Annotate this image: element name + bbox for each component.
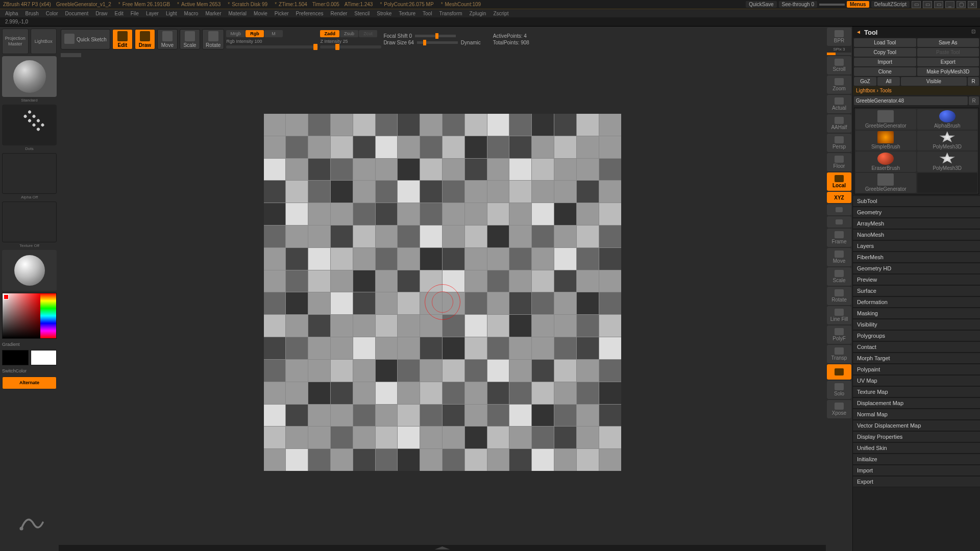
import-button[interactable]: Import [854,58,916,66]
section-contact[interactable]: Contact [853,341,980,353]
section-uv-map[interactable]: UV Map [853,375,980,386]
projection-master-button[interactable]: Projection Master [2,29,29,54]
z-intensity-label[interactable]: Z Intensity 25 [320,38,381,45]
menu-stroke[interactable]: Stroke [377,11,391,16]
save-as-button[interactable]: Save As [917,38,979,47]
edit-mode-button[interactable]: Edit [112,29,133,49]
secondary-color-swatch[interactable] [2,350,29,365]
menu-render[interactable]: Render [331,11,348,16]
primary-color-swatch[interactable] [31,350,57,365]
focal-shift-slider[interactable] [415,35,456,37]
menu-marker[interactable]: Marker [205,11,221,16]
persp-button[interactable]: Persp [827,134,851,152]
section-texture-map[interactable]: Texture Map [853,386,980,397]
switch-color-button[interactable]: SwitchColor [2,367,57,374]
section-preview[interactable]: Preview [853,274,980,285]
mrgb-toggle[interactable]: Mrgb [226,30,245,37]
actual-button[interactable]: Actual [827,95,851,113]
section-morph-target[interactable]: Morph Target [853,353,980,364]
menu-document[interactable]: Document [65,11,89,16]
seethrough-slider[interactable] [819,4,845,6]
draw-size-slider[interactable] [417,41,458,44]
rgb-toggle[interactable]: Rgb [246,30,264,37]
menu-material[interactable]: Material [229,11,247,16]
move-mode-button[interactable]: Move [157,29,178,49]
goz-all-button[interactable]: All [877,77,900,86]
seethrough-toggle[interactable]: See-through 0 [779,1,817,8]
rgb-intensity-label[interactable]: Rgb Intensity 100 [226,38,318,45]
section-subtool[interactable]: SubTool [853,195,980,207]
menu-alpha[interactable]: Alpha [5,11,18,16]
alternate-button[interactable]: Alternate [2,377,57,389]
frame-button[interactable]: Frame [827,229,851,247]
menu-transform[interactable]: Transform [439,11,462,16]
section-fibermesh[interactable]: FiberMesh [853,252,980,263]
window-btn-3[interactable]: ▭ [934,1,943,8]
current-tool-r[interactable]: R [969,96,979,105]
focal-shift-label[interactable]: Focal Shift 0 [383,33,412,39]
menu-tool[interactable]: Tool [423,11,432,16]
tool-item[interactable]: AlphaBrush [917,109,978,130]
menu-movie[interactable]: Movie [254,11,267,16]
close-icon[interactable]: ✕ [968,1,977,8]
menu-file[interactable]: File [131,11,139,16]
menu-light[interactable]: Light [166,11,177,16]
menu-texture[interactable]: Texture [399,11,415,16]
aahalf-button[interactable]: AAHalf [827,114,851,133]
goz-r-button[interactable]: R [968,77,979,86]
menu-macro[interactable]: Macro [184,11,199,16]
alpha-preview-thumb[interactable] [2,153,57,194]
menu-picker[interactable]: Picker [275,11,289,16]
gradient-label[interactable]: Gradient [2,341,57,348]
scroll-button[interactable]: Scroll [827,56,851,74]
copy-tool-button[interactable]: Copy Tool [854,48,916,57]
nav-button-a[interactable] [827,204,851,215]
export-button[interactable]: Export [917,58,979,66]
scale-mode-button[interactable]: Scale [180,29,200,49]
load-tool-button[interactable]: Load Tool [854,38,916,47]
window-btn-2[interactable]: ▭ [923,1,932,8]
goz-button[interactable]: GoZ [854,77,876,86]
window-btn-1[interactable]: ▭ [912,1,921,8]
paste-tool-button[interactable]: Paste Tool [917,48,979,57]
draw-mode-button[interactable]: Draw [135,29,155,49]
tool-item[interactable]: GreebleGenerator [855,109,916,130]
nav-scale-button[interactable]: Scale [827,267,851,286]
spix-slider[interactable] [827,53,851,55]
nav-button-b[interactable] [827,216,851,228]
section-import[interactable]: Import [853,465,980,476]
section-visibility[interactable]: Visibility [853,319,980,330]
solo-button[interactable]: Solo [827,381,851,399]
xpose-button[interactable]: Xpose [827,400,851,418]
lightbox-button[interactable]: LightBox [31,29,57,54]
section-unified-skin[interactable]: Unified Skin [853,442,980,454]
quick-sketch-button[interactable]: Quick Sketch [61,29,110,49]
local-button[interactable]: Local [827,172,851,191]
minimize-icon[interactable]: _ [945,1,954,8]
default-zscript-button[interactable]: DefaultZScript [871,1,910,8]
current-tool-name[interactable]: GreebleGenerator.48 [854,96,968,105]
section-deformation[interactable]: Deformation [853,296,980,308]
nav-rotate-button[interactable]: Rotate [827,287,851,305]
tool-item[interactable]: EraserBrush [855,152,916,172]
rgb-intensity-slider[interactable] [226,45,318,48]
shelf-divider[interactable] [59,52,826,59]
xyz-button[interactable]: XYZ [827,192,851,203]
zsub-toggle[interactable]: Zsub [340,30,358,37]
color-picker[interactable] [2,293,57,339]
tool-item[interactable]: PolyMesh3D [917,152,978,172]
tool-item[interactable]: PolyMesh3D [917,131,978,151]
section-initialize[interactable]: Initialize [853,454,980,465]
section-vector-displacement-map[interactable]: Vector Displacement Map [853,420,980,431]
tool-item-empty[interactable] [917,173,978,193]
quicksave-button[interactable]: QuickSave [746,1,776,8]
section-masking[interactable]: Masking [853,308,980,319]
dynamic-toggle[interactable]: Dynamic [461,40,481,45]
menu-edit[interactable]: Edit [115,11,124,16]
section-polypaint[interactable]: Polypaint [853,364,980,375]
panel-close-icon[interactable]: ⊡ [970,29,977,36]
canvas-footer[interactable] [59,545,826,551]
zadd-toggle[interactable]: Zadd [320,30,339,37]
goz-visible-button[interactable]: Visible [901,77,967,86]
draw-size-label[interactable]: Draw Size 64 [383,40,413,45]
